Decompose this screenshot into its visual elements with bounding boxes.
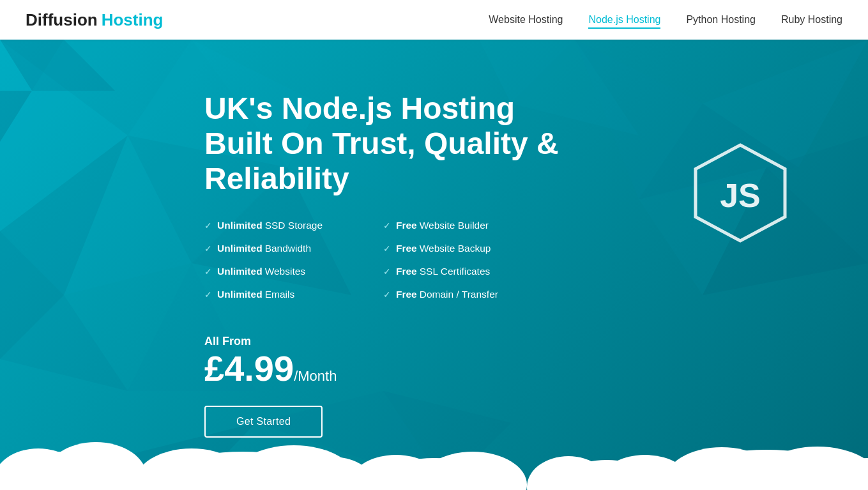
price-display: £4.99/Month — [204, 351, 575, 387]
nav-link-nodejs-hosting[interactable]: Node.js Hosting — [588, 14, 660, 29]
feature-unlimited-ssd: ✓ Unlimited SSD Storage — [204, 220, 383, 231]
svg-point-37 — [418, 452, 527, 490]
hero-content: UK's Node.js Hosting Built On Trust, Qua… — [0, 40, 575, 438]
clouds-svg — [0, 413, 868, 490]
feature-text-2: Website Builder — [420, 220, 489, 231]
feature-bold-1: Unlimited — [217, 220, 263, 231]
price-section: All From £4.99/Month — [204, 335, 575, 387]
feature-unlimited-emails: ✓ Unlimited Emails — [204, 289, 383, 300]
check-icon-8: ✓ — [383, 289, 391, 300]
feature-free-website-backup: ✓ Free Website Backup — [383, 243, 562, 254]
feature-bold-8: Free — [396, 289, 417, 300]
logo[interactable]: Diffusion Hosting — [26, 10, 163, 30]
features-grid: ✓ Unlimited SSD Storage ✓ Free Website B… — [204, 220, 575, 312]
nav-link-ruby-hosting[interactable]: Ruby Hosting — [781, 14, 842, 25]
nav-item-python-hosting[interactable]: Python Hosting — [686, 14, 756, 26]
svg-text:JS: JS — [720, 177, 761, 214]
check-icon-6: ✓ — [383, 266, 391, 277]
feature-text-8: Domain / Transfer — [420, 289, 498, 300]
nav-link-python-hosting[interactable]: Python Hosting — [686, 14, 756, 25]
feature-bold-7: Unlimited — [217, 289, 263, 300]
navbar: Diffusion Hosting Website Hosting Node.j… — [0, 0, 868, 40]
nav-link-website-hosting[interactable]: Website Hosting — [489, 14, 563, 25]
price-per-month: /Month — [294, 368, 337, 384]
svg-point-30 — [45, 442, 147, 490]
clouds-decoration — [0, 413, 868, 490]
hero-section: JS UK's Node.js Hosting Built On Trust, … — [0, 40, 868, 490]
nav-item-nodejs-hosting[interactable]: Node.js Hosting — [588, 14, 660, 26]
feature-free-website-builder: ✓ Free Website Builder — [383, 220, 562, 231]
nav-item-website-hosting[interactable]: Website Hosting — [489, 14, 563, 26]
feature-bold-6: Free — [396, 266, 417, 277]
feature-bold-5: Unlimited — [217, 266, 263, 277]
check-icon-5: ✓ — [204, 266, 212, 277]
feature-text-1: SSD Storage — [265, 220, 323, 231]
logo-text-diffusion: Diffusion — [26, 10, 98, 30]
feature-bold-3: Unlimited — [217, 243, 263, 254]
feature-bold-4: Free — [396, 243, 417, 254]
nodejs-logo: JS — [689, 142, 791, 247]
nav-links: Website Hosting Node.js Hosting Python H… — [489, 14, 842, 26]
logo-text-hosting: Hosting — [102, 10, 164, 30]
check-icon-2: ✓ — [383, 220, 391, 231]
feature-text-6: SSL Certificates — [420, 266, 491, 277]
feature-bold-2: Free — [396, 220, 417, 231]
feature-text-3: Bandwidth — [265, 243, 311, 254]
feature-text-5: Websites — [265, 266, 305, 277]
feature-text-7: Emails — [265, 289, 295, 300]
hero-title: UK's Node.js Hosting Built On Trust, Qua… — [204, 91, 575, 197]
feature-text-4: Website Backup — [420, 243, 491, 254]
nav-item-ruby-hosting[interactable]: Ruby Hosting — [781, 14, 842, 26]
feature-unlimited-websites: ✓ Unlimited Websites — [204, 266, 383, 277]
feature-free-ssl: ✓ Free SSL Certificates — [383, 266, 562, 277]
check-icon-4: ✓ — [383, 243, 391, 254]
feature-free-domain: ✓ Free Domain / Transfer — [383, 289, 562, 300]
all-from-label: All From — [204, 335, 575, 348]
check-icon-1: ✓ — [204, 220, 212, 231]
price-amount: £4.99 — [204, 348, 294, 388]
feature-unlimited-bandwidth: ✓ Unlimited Bandwidth — [204, 243, 383, 254]
check-icon-7: ✓ — [204, 289, 212, 300]
check-icon-3: ✓ — [204, 243, 212, 254]
